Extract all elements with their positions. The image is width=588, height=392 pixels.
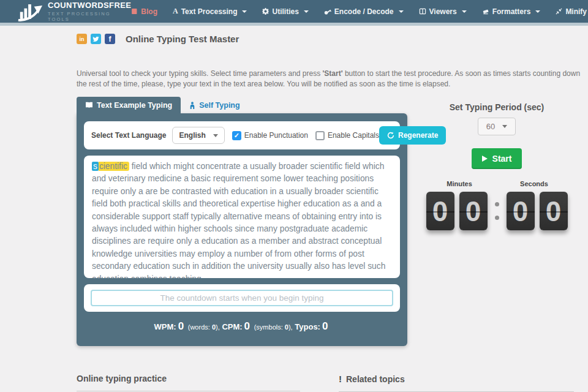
key-icon	[324, 8, 331, 15]
sample-text-area[interactable]: scientific field which might concentrate…	[84, 156, 400, 278]
typing-input[interactable]	[91, 290, 393, 306]
nav-item-label: Blog	[141, 7, 157, 16]
chevron-down-icon	[213, 134, 218, 137]
brand-subtitle: TEXT PROCESSING TOOLS	[48, 11, 131, 22]
compress-icon	[556, 8, 562, 15]
related-topics-heading: !Related topics	[339, 368, 574, 392]
clock-digit-minutes-ones: 0	[459, 192, 488, 230]
title-row: in f Online Typing Test Master	[77, 34, 586, 44]
nav-item-minify[interactable]: Minify	[556, 7, 588, 16]
chevron-down-icon	[399, 10, 404, 13]
refresh-icon	[387, 132, 394, 139]
typing-input-card	[84, 284, 400, 312]
main-area: Text Example Typing Self Typing Select T…	[77, 97, 586, 346]
enable-punctuation-checkbox[interactable]: ✓ Enable Punctuation	[232, 131, 308, 140]
description-text: Universal tool to check your typing skil…	[77, 69, 323, 78]
nav-item-utilities[interactable]: Utilities	[262, 7, 308, 16]
typing-test-column: Text Example Typing Self Typing Select T…	[77, 97, 407, 346]
tool-description: Universal tool to check your typing skil…	[77, 69, 586, 89]
tab-label: Self Typing	[199, 101, 239, 110]
tab-self-typing[interactable]: Self Typing	[181, 97, 248, 113]
checkbox-label: Enable Capitals	[328, 131, 379, 140]
page-title: Online Typing Test Master	[126, 34, 239, 44]
symbols-close: ),	[288, 323, 293, 331]
wpm-label: WPM:	[154, 322, 176, 331]
nav-item-label: Text Processing	[181, 7, 238, 16]
tab-text-example-typing[interactable]: Text Example Typing	[77, 97, 181, 113]
cpm-value: 0	[244, 320, 250, 332]
start-label: Start	[492, 154, 512, 164]
nav-item-label: Minify	[565, 7, 587, 16]
typing-test-page: COUNTWORDSFREE TEXT PROCESSING TOOLS Blo…	[0, 0, 588, 392]
linkedin-icon[interactable]: in	[77, 34, 87, 44]
seconds-label: Seconds	[503, 180, 565, 187]
checkbox-checked-icon[interactable]: ✓	[232, 131, 241, 140]
play-icon	[482, 156, 488, 162]
heading-text: Related topics	[346, 374, 405, 384]
chevron-down-icon	[502, 125, 507, 128]
eraser-icon	[482, 8, 489, 15]
nav-item-viewers[interactable]: Viewers	[419, 7, 467, 16]
nav-item-label: Encode / Decode	[334, 7, 394, 16]
chevron-down-icon	[535, 10, 540, 13]
top-nav: COUNTWORDSFREE TEXT PROCESSING TOOLS Blo…	[0, 0, 588, 26]
brand-logo[interactable]: COUNTWORDSFREE TEXT PROCESSING TOOLS	[17, 1, 131, 22]
columns-icon	[419, 8, 426, 15]
nav-item-encode-decode[interactable]: Encode / Decode	[324, 7, 404, 16]
cpm-label: CPM:	[222, 322, 242, 331]
tab-label: Text Example Typing	[97, 101, 172, 110]
nav-item-label: Formatters	[492, 7, 531, 16]
nav-item-formatters[interactable]: Formatters	[482, 7, 541, 16]
description-start-emphasis: 'Start'	[323, 69, 343, 78]
chevron-down-icon	[304, 10, 309, 13]
typos-value: 0	[322, 320, 328, 332]
page-content: in f Online Typing Test Master Universal…	[77, 34, 586, 346]
wpm-value: 0	[178, 320, 184, 332]
heading-text: Online typing practice	[77, 374, 167, 383]
period-selected-value: 60	[486, 122, 495, 131]
twitter-icon[interactable]	[91, 34, 101, 44]
minutes-label: Minutes	[429, 180, 490, 187]
typos-label: Typos:	[295, 322, 320, 331]
language-selected-value: English	[179, 131, 205, 140]
clock-digit-seconds-tens: 0	[507, 192, 535, 230]
tab-bar: Text Example Typing Self Typing	[77, 97, 407, 113]
clock-digit-seconds-ones: 0	[540, 192, 568, 230]
clock-colon	[495, 202, 499, 220]
period-select[interactable]: 60	[478, 118, 516, 135]
book-icon	[131, 8, 138, 15]
chevron-down-icon	[242, 10, 247, 13]
brand-title: COUNTWORDSFREE	[48, 1, 131, 10]
timer-column: Set Typing Period (sec) 60 Start Minutes…	[407, 97, 586, 346]
typing-practice-section: Online typing practice	[77, 368, 300, 392]
stats-bar: WPM:0 (words: 0), CPM:0 (symbols: 0), Ty…	[84, 312, 400, 342]
nav-item-blog[interactable]: Blog	[131, 7, 157, 16]
enable-capitals-checkbox[interactable]: Enable Capitals	[315, 131, 379, 140]
period-heading: Set Typing Period (sec)	[407, 102, 586, 112]
related-topics-section: !Related topics	[339, 368, 574, 392]
gear-icon	[262, 8, 269, 15]
chevron-down-icon	[462, 10, 467, 13]
sample-text: field which might concentrate a usually …	[92, 162, 385, 278]
countwordsfree-logo-icon	[17, 1, 43, 21]
nav-item-text-processing[interactable]: A Text Processing	[173, 7, 247, 16]
language-select[interactable]: English	[172, 127, 224, 144]
facebook-icon[interactable]: f	[105, 34, 115, 44]
text-controls-card: Select Text Language English ✓ Enable Pu…	[84, 121, 400, 149]
font-icon: A	[173, 7, 178, 16]
checkbox-unchecked-icon[interactable]	[315, 131, 325, 140]
typing-test-panel: Select Text Language English ✓ Enable Pu…	[77, 113, 407, 346]
words-close: ),	[216, 323, 220, 331]
typing-practice-heading: Online typing practice	[77, 368, 300, 391]
bottom-sections: Online typing practice !Related topics	[77, 368, 586, 392]
words-label: (words:	[188, 323, 210, 331]
exclamation-icon: !	[339, 374, 342, 384]
current-char-highlight: s	[92, 162, 99, 171]
nav-item-label: Viewers	[429, 7, 457, 16]
checkbox-label: Enable Punctuation	[244, 131, 308, 140]
start-button[interactable]: Start	[472, 148, 522, 169]
book-icon	[85, 102, 93, 108]
nav-menu: Blog A Text Processing Utilities Encode …	[131, 7, 588, 16]
symbols-label: (symbols:	[254, 323, 283, 331]
current-word-highlight: cientific	[99, 162, 129, 171]
